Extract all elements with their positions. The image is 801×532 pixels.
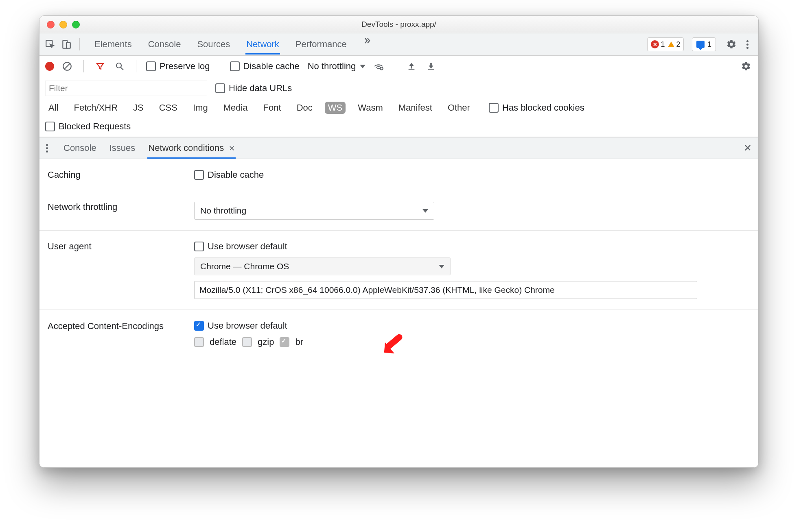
network-settings-gear-icon[interactable] bbox=[740, 60, 753, 73]
filter-type-manifest[interactable]: Manifest bbox=[395, 102, 436, 114]
divider bbox=[395, 60, 395, 72]
throttling-label: Network throttling bbox=[48, 202, 194, 212]
divider bbox=[136, 60, 136, 72]
ua-use-default-label: Use browser default bbox=[208, 241, 287, 252]
tab-console[interactable]: Console bbox=[147, 34, 182, 55]
devtools-window: DevTools - proxx.app/ Elements Console S… bbox=[39, 15, 759, 468]
clear-button[interactable] bbox=[61, 60, 74, 73]
caching-row: Caching Disable cache bbox=[39, 159, 758, 191]
annotation-arrow-icon bbox=[379, 331, 407, 360]
encoding-gzip-label: gzip bbox=[258, 337, 274, 347]
search-icon[interactable] bbox=[113, 60, 126, 73]
download-har-icon[interactable] bbox=[425, 60, 438, 73]
divider bbox=[83, 60, 84, 72]
filter-toggle-icon[interactable] bbox=[94, 60, 107, 73]
encoding-deflate-label: deflate bbox=[210, 337, 236, 347]
svg-point-5 bbox=[116, 63, 121, 68]
tab-elements[interactable]: Elements bbox=[94, 34, 133, 55]
encodings-use-default-label: Use browser default bbox=[208, 321, 287, 331]
error-count: ✕ 1 bbox=[651, 40, 665, 49]
warning-count-value: 2 bbox=[676, 40, 680, 49]
drawer-tab-issues[interactable]: Issues bbox=[109, 138, 136, 158]
drawer-tab-network-conditions[interactable]: Network conditions ✕ bbox=[147, 138, 236, 159]
throttling-select-value: No throttling bbox=[200, 206, 246, 216]
tab-network[interactable]: Network bbox=[245, 34, 280, 55]
main-toolbar: Elements Console Sources Network Perform… bbox=[39, 33, 758, 56]
filter-type-other[interactable]: Other bbox=[444, 102, 473, 114]
filter-type-wasm[interactable]: Wasm bbox=[355, 102, 386, 114]
drawer-tab-console[interactable]: Console bbox=[63, 138, 97, 158]
drawer-tabs: Console Issues Network conditions ✕ ✕ bbox=[39, 137, 758, 159]
svg-rect-2 bbox=[66, 43, 70, 48]
more-tabs-icon[interactable] bbox=[361, 34, 374, 47]
divider bbox=[220, 60, 220, 72]
warning-icon bbox=[668, 41, 674, 47]
encodings-use-default-checkbox[interactable]: Use browser default bbox=[194, 321, 287, 331]
tab-performance[interactable]: Performance bbox=[295, 34, 348, 55]
filter-input[interactable] bbox=[45, 81, 207, 96]
window-controls bbox=[47, 21, 80, 28]
ua-use-default-checkbox[interactable]: Use browser default bbox=[194, 241, 287, 252]
record-button[interactable] bbox=[45, 62, 54, 71]
close-tab-icon[interactable]: ✕ bbox=[229, 144, 235, 153]
device-toolbar-icon[interactable] bbox=[60, 38, 73, 51]
filter-type-ws[interactable]: WS bbox=[325, 102, 346, 114]
encodings-options: deflate gzip br bbox=[194, 337, 303, 347]
more-menu-icon[interactable] bbox=[741, 38, 754, 51]
filter-type-css[interactable]: CSS bbox=[156, 102, 181, 114]
hide-data-urls-label: Hide data URLs bbox=[229, 83, 292, 94]
user-agent-select[interactable]: Chrome — Chrome OS bbox=[194, 257, 451, 275]
filter-type-media[interactable]: Media bbox=[220, 102, 251, 114]
minimize-window-button[interactable] bbox=[59, 21, 67, 28]
filter-type-doc[interactable]: Doc bbox=[293, 102, 316, 114]
maximize-window-button[interactable] bbox=[72, 21, 80, 28]
encoding-br-checkbox[interactable] bbox=[280, 337, 289, 347]
filter-bar: Hide data URLs bbox=[39, 77, 758, 99]
inspect-element-icon[interactable] bbox=[44, 38, 57, 51]
drawer-tab-network-conditions-label: Network conditions bbox=[148, 143, 224, 153]
preserve-log-checkbox[interactable]: Preserve log bbox=[146, 61, 210, 72]
user-agent-label: User agent bbox=[48, 241, 194, 252]
filter-type-js[interactable]: JS bbox=[130, 102, 147, 114]
titlebar: DevTools - proxx.app/ bbox=[39, 16, 758, 33]
network-conditions-icon[interactable] bbox=[372, 60, 385, 73]
blocked-requests-checkbox[interactable]: Blocked Requests bbox=[45, 121, 131, 132]
disable-cache-checkbox-toolbar[interactable]: Disable cache bbox=[230, 61, 300, 72]
chevron-down-icon bbox=[360, 65, 365, 68]
filter-type-font[interactable]: Font bbox=[260, 102, 285, 114]
throttling-select-toolbar[interactable]: No throttling bbox=[308, 61, 366, 72]
settings-gear-icon[interactable] bbox=[725, 38, 738, 51]
messages-counter[interactable]: 1 bbox=[692, 37, 716, 51]
filter-type-fetchxhr[interactable]: Fetch/XHR bbox=[70, 102, 121, 114]
type-filter-bar: All Fetch/XHR JS CSS Img Media Font Doc … bbox=[39, 99, 758, 118]
svg-line-6 bbox=[121, 68, 123, 70]
disable-cache-label: Disable cache bbox=[208, 170, 264, 180]
drawer-more-menu-icon[interactable] bbox=[46, 144, 48, 153]
disable-cache-toolbar-label: Disable cache bbox=[243, 61, 300, 72]
throttling-select[interactable]: No throttling bbox=[194, 202, 434, 220]
encoding-br-label: br bbox=[295, 337, 303, 347]
user-agent-row: User agent Use browser default Chrome — … bbox=[39, 231, 758, 310]
upload-har-icon[interactable] bbox=[405, 60, 418, 73]
hide-data-urls-checkbox[interactable]: Hide data URLs bbox=[215, 83, 292, 94]
filter-type-img[interactable]: Img bbox=[190, 102, 211, 114]
encoding-gzip-checkbox[interactable] bbox=[242, 337, 252, 347]
svg-point-7 bbox=[381, 67, 383, 70]
message-icon bbox=[696, 41, 705, 48]
encoding-deflate-checkbox[interactable] bbox=[194, 337, 204, 347]
tab-sources[interactable]: Sources bbox=[196, 34, 231, 55]
throttling-row: Network throttling No throttling bbox=[39, 191, 758, 231]
issues-counter[interactable]: ✕ 1 2 bbox=[647, 37, 684, 51]
panel-tabs: Elements Console Sources Network Perform… bbox=[94, 34, 374, 55]
chevron-down-icon bbox=[422, 209, 428, 213]
disable-cache-checkbox[interactable]: Disable cache bbox=[194, 170, 264, 180]
filter-type-all[interactable]: All bbox=[45, 102, 61, 114]
close-drawer-icon[interactable]: ✕ bbox=[744, 142, 752, 154]
user-agent-string-input[interactable] bbox=[194, 281, 697, 299]
preserve-log-label: Preserve log bbox=[160, 61, 210, 72]
user-agent-select-value: Chrome — Chrome OS bbox=[200, 262, 289, 271]
close-window-button[interactable] bbox=[47, 21, 55, 28]
error-count-value: 1 bbox=[661, 40, 665, 49]
has-blocked-cookies-checkbox[interactable]: Has blocked cookies bbox=[489, 102, 584, 113]
content-encodings-label: Accepted Content-Encodings bbox=[48, 321, 194, 332]
